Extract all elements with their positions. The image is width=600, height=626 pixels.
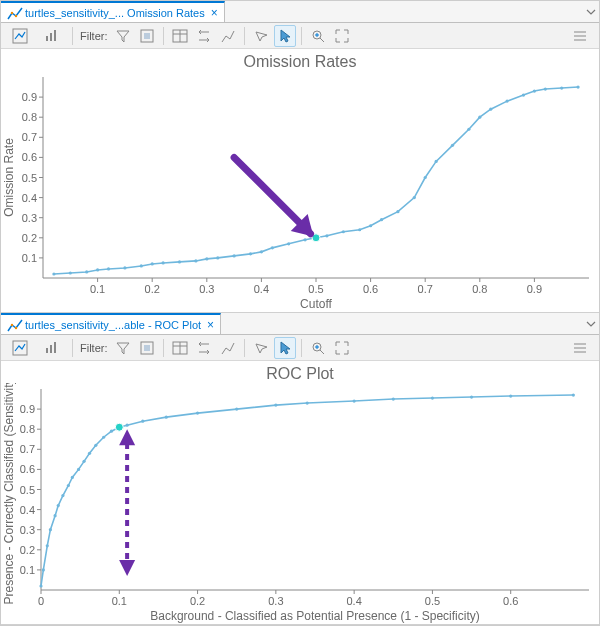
svg-text:0.6: 0.6 — [20, 463, 35, 475]
svg-point-83 — [380, 218, 383, 221]
svg-point-95 — [544, 87, 547, 90]
toolbar-separator — [301, 27, 302, 45]
table-button[interactable] — [169, 337, 191, 359]
stretch-button[interactable] — [217, 25, 239, 47]
omission-rates-panel: turtles_sensitivity_... Omission Rates ×… — [1, 1, 599, 313]
chart-icon — [7, 6, 21, 20]
svg-point-174 — [165, 416, 168, 419]
svg-point-183 — [509, 394, 512, 397]
chart-icon — [7, 318, 21, 332]
svg-text:0.4: 0.4 — [20, 504, 35, 516]
chart-title: Omission Rates — [1, 49, 599, 71]
omission-chart[interactable]: Omission Rates 0.10.20.30.40.50.60.70.80… — [1, 49, 599, 312]
svg-point-156 — [39, 584, 42, 587]
svg-point-161 — [57, 504, 60, 507]
svg-point-60 — [69, 271, 72, 274]
filter-extent-button[interactable] — [112, 337, 134, 359]
tab-label: turtles_sensitivity_...able - ROC Plot — [25, 319, 201, 331]
tab-strip: turtles_sensitivity_...able - ROC Plot × — [1, 313, 599, 335]
svg-point-84 — [396, 210, 399, 213]
legend-button[interactable] — [565, 337, 595, 359]
svg-point-73 — [249, 252, 252, 255]
svg-point-180 — [392, 397, 395, 400]
svg-point-164 — [71, 476, 74, 479]
clear-selection-button[interactable] — [250, 337, 272, 359]
filter-selection-button[interactable] — [136, 25, 158, 47]
svg-point-75 — [271, 246, 274, 249]
roc-chart[interactable]: ROC Plot 00.10.20.30.40.50.60.10.20.30.4… — [1, 361, 599, 624]
svg-point-66 — [151, 262, 154, 265]
zoom-full-button[interactable] — [331, 25, 353, 47]
zoom-in-button[interactable] — [307, 25, 329, 47]
svg-text:0.1: 0.1 — [90, 283, 105, 295]
tabstrip-menu-button[interactable] — [583, 313, 599, 334]
toolbar-separator — [72, 339, 73, 357]
svg-rect-8 — [144, 33, 150, 39]
tab-omission-rates[interactable]: turtles_sensitivity_... Omission Rates × — [1, 1, 225, 22]
svg-point-68 — [178, 260, 181, 263]
svg-line-13 — [320, 38, 324, 42]
svg-point-172 — [126, 424, 129, 427]
tabstrip-menu-button[interactable] — [583, 1, 599, 22]
svg-text:0.7: 0.7 — [20, 443, 35, 455]
svg-point-61 — [85, 270, 88, 273]
chart-type-button[interactable] — [5, 25, 35, 47]
zoom-full-button[interactable] — [331, 337, 353, 359]
svg-text:0.5: 0.5 — [308, 283, 323, 295]
svg-text:0: 0 — [38, 595, 44, 607]
select-tool-button[interactable] — [274, 337, 296, 359]
svg-point-71 — [216, 256, 219, 259]
svg-text:0.4: 0.4 — [346, 595, 361, 607]
close-icon[interactable]: × — [207, 319, 214, 331]
table-button[interactable] — [169, 25, 191, 47]
clear-selection-button[interactable] — [250, 25, 272, 47]
svg-text:Background - Classified as Pot: Background - Classified as Potential Pre… — [150, 609, 479, 623]
svg-point-170 — [110, 430, 113, 433]
toolbar-separator — [244, 339, 245, 357]
svg-point-62 — [96, 268, 99, 271]
svg-text:Presence - Correctly Classifie: Presence - Correctly Classified (Sensiti… — [2, 383, 16, 605]
svg-rect-5 — [54, 30, 56, 41]
svg-marker-107 — [117, 343, 129, 354]
svg-text:0.1: 0.1 — [20, 564, 35, 576]
svg-point-178 — [306, 401, 309, 404]
svg-text:0.8: 0.8 — [472, 283, 487, 295]
svg-point-67 — [162, 261, 165, 264]
svg-text:0.2: 0.2 — [22, 232, 37, 244]
svg-point-97 — [576, 85, 579, 88]
svg-point-94 — [533, 89, 536, 92]
close-icon[interactable]: × — [211, 7, 218, 19]
axis-options-button[interactable] — [37, 337, 67, 359]
svg-text:0.7: 0.7 — [22, 131, 37, 143]
svg-point-157 — [42, 568, 45, 571]
svg-point-79 — [325, 234, 328, 237]
select-tool-button[interactable] — [274, 25, 296, 47]
zoom-in-button[interactable] — [307, 337, 329, 359]
svg-point-89 — [467, 128, 470, 131]
svg-point-87 — [435, 160, 438, 163]
tab-roc-plot[interactable]: turtles_sensitivity_...able - ROC Plot × — [1, 313, 221, 334]
svg-marker-6 — [117, 31, 129, 42]
toolbar-separator — [301, 339, 302, 357]
svg-point-1 — [15, 14, 17, 16]
svg-text:0.8: 0.8 — [22, 111, 37, 123]
filter-selection-button[interactable] — [136, 337, 158, 359]
svg-rect-3 — [46, 36, 48, 41]
svg-point-185 — [115, 423, 123, 431]
chart-type-button[interactable] — [5, 337, 35, 359]
swap-axes-button[interactable] — [193, 25, 215, 47]
svg-point-176 — [235, 408, 238, 411]
svg-point-69 — [194, 259, 197, 262]
chart-toolbar: Filter: — [1, 335, 599, 361]
svg-point-93 — [522, 93, 525, 96]
filter-extent-button[interactable] — [112, 25, 134, 47]
tab-label: turtles_sensitivity_... Omission Rates — [25, 7, 205, 19]
svg-point-82 — [369, 224, 372, 227]
chart-toolbar: Filter: — [1, 23, 599, 49]
svg-rect-4 — [50, 33, 52, 41]
swap-axes-button[interactable] — [193, 337, 215, 359]
axis-options-button[interactable] — [37, 25, 67, 47]
legend-button[interactable] — [565, 25, 595, 47]
stretch-button[interactable] — [217, 337, 239, 359]
svg-point-159 — [49, 528, 52, 531]
